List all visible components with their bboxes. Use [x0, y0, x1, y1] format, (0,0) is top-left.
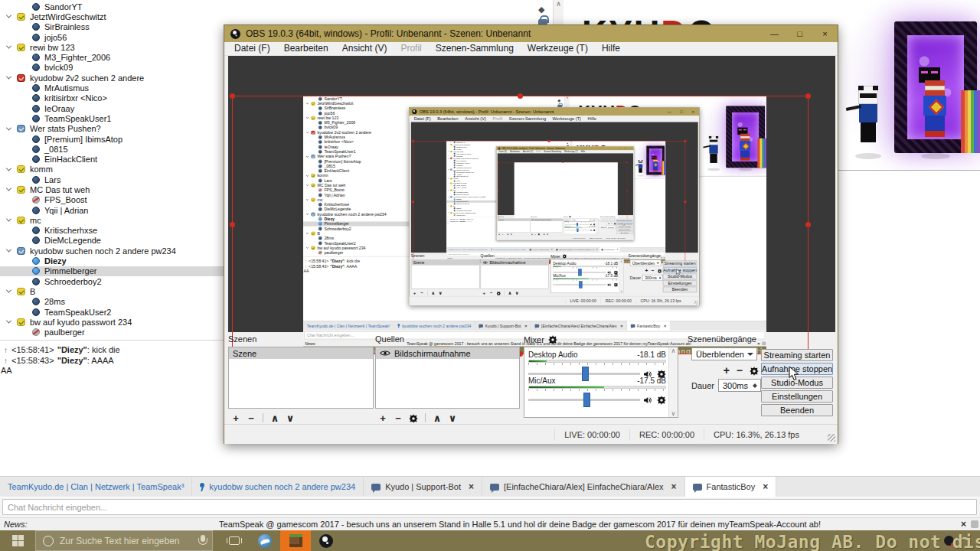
collapse-chevron-icon[interactable] [6, 288, 11, 293]
meter-ticks [528, 389, 666, 391]
mixer-gear-icon[interactable] [548, 334, 557, 344]
chat-tab[interactable]: Kyudo | Support-Bot× [364, 477, 482, 497]
channel-gear-icon[interactable] [657, 393, 666, 406]
microphone-icon[interactable] [201, 535, 205, 542]
aufnahme-stoppen-button[interactable]: Aufnahme stoppen [761, 363, 833, 375]
start-button[interactable] [0, 530, 35, 551]
user-name: Schroederboy2 [44, 277, 102, 286]
volume-meter [528, 386, 666, 389]
remove-source-button[interactable]: − [392, 412, 404, 424]
minecraft-icon [289, 534, 302, 547]
tray-obs-icon[interactable] [944, 536, 954, 546]
tab-close-icon[interactable]: × [671, 481, 677, 492]
obs-titlebar[interactable]: OBS 19.0.3 (64bit, windows) - Profil: Un… [224, 25, 838, 42]
cpu-fps: CPU: 16.3%, 26.13 fps [704, 429, 808, 441]
scene-item[interactable]: Szene [229, 347, 373, 359]
collapse-chevron-icon[interactable] [6, 247, 11, 253]
tab-label: [EinfacheChiara/Alex] EinfacheChiara/Ale… [504, 482, 664, 491]
collapse-chevron-icon[interactable] [6, 186, 11, 191]
beenden-button[interactable]: Beenden [761, 404, 833, 416]
user-status-icon [32, 84, 40, 92]
source-down-button[interactable]: ∨ [446, 412, 459, 424]
obs-preview-area[interactable]: SandorYTJetztWirdGeschwitztSirBrainlessj… [228, 56, 835, 332]
collapse-chevron-icon[interactable] [6, 318, 11, 324]
transition-gear-icon[interactable] [750, 364, 759, 377]
channel-name: bw auf kyudo passwort 234 [30, 318, 132, 327]
menu-item[interactable]: Szenen-Sammlung [429, 42, 521, 55]
streaming-starten-button[interactable]: Streaming starten [761, 349, 833, 361]
tray-expand-icon[interactable]: ∧ [933, 537, 938, 545]
duration-spinner[interactable]: 300ms [718, 379, 761, 392]
user-status-icon [32, 3, 40, 11]
maximize-button[interactable]: □ [787, 25, 812, 42]
collapse-chevron-icon[interactable] [6, 125, 11, 130]
add-transition-button[interactable]: + [724, 364, 730, 377]
source-properties-gear-icon[interactable] [407, 412, 420, 424]
scene-down-button[interactable]: ∨ [284, 412, 296, 424]
selection-handle[interactable] [230, 222, 235, 227]
selection-handle[interactable] [230, 93, 235, 99]
channel-name: Desktop Audio [528, 350, 578, 360]
user-name: Kritischerhxse [44, 226, 97, 235]
volume-slider[interactable] [528, 373, 640, 375]
mixer-scrollbar[interactable]: ∧∨ [668, 347, 678, 417]
user-status-icon [32, 257, 40, 265]
collapse-chevron-icon[interactable] [6, 217, 11, 222]
volume-slider[interactable] [528, 399, 640, 401]
tab-close-icon[interactable]: × [763, 481, 768, 492]
chat-tab[interactable]: kyudobw suchen noch 2 andere pw234 [192, 477, 364, 497]
source-up-button[interactable]: ∧ [431, 412, 443, 424]
source-item[interactable]: Bildschirmaufnahme [376, 347, 519, 359]
channel-row[interactable]: JetztWirdGeschwitzt [0, 11, 550, 21]
transition-dropdown[interactable]: Überblenden [691, 347, 757, 360]
taskbar-search-box[interactable]: Zur Suche Text hier eingeben [35, 530, 213, 551]
tab-label: Kyudo | Support-Bot [385, 482, 461, 491]
collapse-chevron-icon[interactable] [6, 44, 11, 49]
news-settings-icon[interactable] [971, 520, 978, 528]
chat-tab[interactable]: [EinfacheChiara/Alex] EinfacheChiara/Ale… [482, 477, 685, 497]
channel-name: komm [30, 165, 53, 174]
menu-item[interactable]: Werkzeuge (T) [521, 42, 595, 55]
slider-handle[interactable] [583, 393, 590, 407]
speaker-icon[interactable] [642, 393, 652, 406]
teamspeak-icon [258, 534, 272, 548]
scene-up-button[interactable]: ∧ [269, 412, 281, 424]
user-row[interactable]: SandorYT [0, 2, 550, 11]
channel-db: -17.5 dB [637, 377, 666, 386]
taskbar-teamspeak-button[interactable] [250, 530, 280, 551]
news-close-icon[interactable]: × [961, 519, 966, 530]
transition-toolbar: + − [691, 364, 759, 377]
remove-scene-button[interactable]: − [245, 412, 257, 424]
selection-handle[interactable] [805, 93, 811, 99]
task-view-button[interactable] [219, 530, 250, 551]
close-button[interactable]: × [812, 25, 838, 42]
sources-toolbar: + − ∧ ∨ [377, 412, 459, 424]
remove-transition-button[interactable]: − [737, 364, 743, 377]
volume-meter [528, 360, 666, 363]
menu-item[interactable]: Hilfe [595, 42, 627, 55]
collapse-chevron-icon[interactable] [6, 165, 11, 171]
chat-message-input[interactable] [2, 499, 977, 515]
selection-handle[interactable] [805, 222, 811, 227]
menu-item[interactable]: Datei (F) [227, 42, 277, 55]
tab-close-icon[interactable]: × [469, 481, 474, 492]
collapse-chevron-icon[interactable] [6, 74, 11, 80]
chat-tab[interactable]: TeamKyudo.de | Clan | Netzwerk | TeamSpe… [0, 477, 192, 497]
minecraft-character-tnt [923, 80, 946, 137]
sources-list[interactable]: Bildschirmaufnahme [375, 347, 520, 409]
taskbar-minecraft-button[interactable] [280, 530, 311, 551]
wifi-icon[interactable] [960, 537, 969, 544]
taskbar-obs-button[interactable] [311, 530, 341, 551]
einstellungen-button[interactable]: Einstellungen [761, 390, 833, 403]
menu-item[interactable]: Ansicht (V) [335, 42, 394, 55]
chat-tab[interactable]: FantasticBoy× [685, 477, 777, 497]
add-scene-button[interactable]: + [230, 412, 242, 424]
add-source-button[interactable]: + [377, 412, 389, 424]
scenes-list[interactable]: Szene [228, 347, 374, 409]
menu-item[interactable]: Profil [394, 42, 428, 55]
studio-modus-button[interactable]: Studio-Modus [761, 377, 833, 389]
collapse-chevron-icon[interactable] [6, 13, 11, 18]
resize-grip[interactable] [828, 434, 835, 442]
minimize-button[interactable]: — [762, 25, 787, 42]
menu-item[interactable]: Bearbeiten [277, 42, 335, 55]
